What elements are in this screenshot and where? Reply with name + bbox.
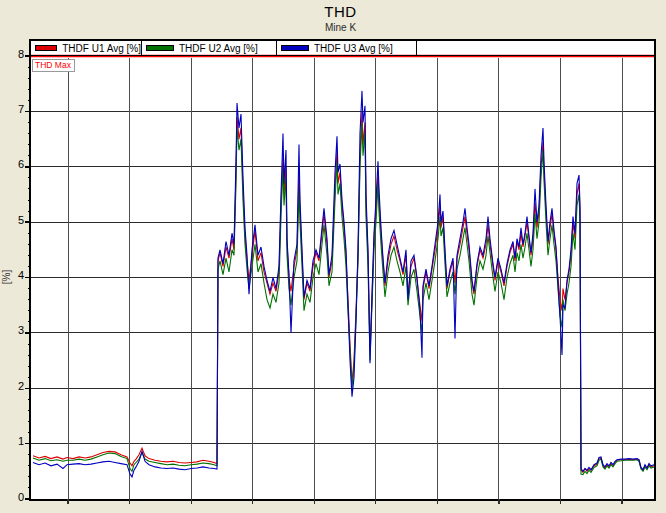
legend-item: THDF U2 Avg [%]	[142, 41, 277, 55]
legend-spacer	[417, 41, 654, 55]
series-swatch-icon	[146, 45, 174, 51]
plot-area: THDF U1 Avg [%]THDF U2 Avg [%]THDF U3 Av…	[29, 39, 656, 501]
y-tick-label: 8	[0, 47, 24, 62]
y-tick-label: 6	[0, 157, 24, 172]
y-tick-label: 3	[0, 323, 24, 338]
legend-item: THDF U1 Avg [%]	[31, 41, 142, 55]
thd-max-label: THD Max	[32, 59, 75, 72]
chart-subtitle: Mine K	[29, 22, 652, 33]
y-tick-label: 4	[0, 268, 24, 283]
chart-window: THD Mine K [%] 012345678 THDF U1 Avg [%]…	[0, 0, 666, 513]
legend: THDF U1 Avg [%]THDF U2 Avg [%]THDF U3 Av…	[31, 41, 654, 56]
chart-canvas	[31, 41, 654, 499]
legend-label: THDF U2 Avg [%]	[179, 43, 258, 54]
legend-label: THDF U1 Avg [%]	[62, 43, 141, 54]
series-swatch-icon	[35, 45, 57, 51]
y-tick-label: 7	[0, 102, 24, 117]
legend-label: THDF U3 Avg [%]	[314, 43, 393, 54]
y-tick-label: 1	[0, 434, 24, 449]
y-tick-label: 5	[0, 213, 24, 228]
chart-title: THD	[29, 3, 652, 20]
y-tick-label: 2	[0, 379, 24, 394]
series-swatch-icon	[281, 45, 309, 51]
legend-item: THDF U3 Avg [%]	[277, 41, 417, 55]
y-tick-label: 0	[0, 490, 24, 505]
